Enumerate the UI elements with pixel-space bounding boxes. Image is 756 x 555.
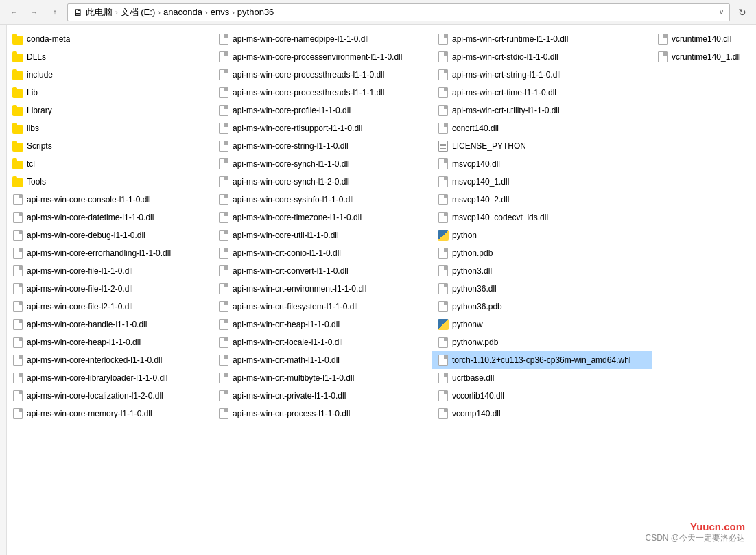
list-item[interactable]: api-ms-win-core-file-l1-2-0.dll: [7, 280, 213, 298]
list-item[interactable]: api-ms-win-core-heap-l1-1-0.dll: [7, 333, 213, 351]
file-name-label: api-ms-win-core-debug-l1-1-0.dll: [27, 231, 145, 240]
list-item[interactable]: vcomp140.dll: [432, 405, 652, 423]
list-item[interactable]: vccorlib140.dll: [432, 387, 652, 405]
breadcrumb[interactable]: 🖥 此电脑 › 文档 (E:) › anaconda › envs › pyth…: [67, 3, 730, 21]
dll-icon: [438, 194, 449, 205]
file-name-label: python36.dll: [452, 284, 497, 294]
list-item[interactable]: msvcp140_codecvt_ids.dll: [432, 209, 652, 226]
list-item[interactable]: torch-1.10.2+cu113-cp36-cp36m-win_amd64.…: [432, 351, 652, 369]
folder-icon: [12, 34, 23, 45]
folder-icon: [12, 123, 23, 134]
list-item[interactable]: concrt140.dll: [432, 119, 652, 137]
list-item[interactable]: python.pdb: [432, 244, 652, 262]
breadcrumb-drive[interactable]: 文档 (E:): [121, 6, 156, 19]
list-item[interactable]: api-ms-win-core-errorhandling-l1-1-0.dll: [7, 244, 213, 262]
list-item[interactable]: api-ms-win-crt-string-l1-1-0.dll: [432, 66, 652, 84]
list-item[interactable]: api-ms-win-core-handle-l1-1-0.dll: [7, 316, 213, 333]
list-item[interactable]: api-ms-win-crt-private-l1-1-0.dll: [213, 387, 432, 405]
list-item[interactable]: msvcp140.dll: [432, 155, 652, 173]
list-item[interactable]: api-ms-win-crt-stdio-l1-1-0.dll: [432, 48, 652, 66]
back-button[interactable]: ←: [5, 4, 22, 21]
list-item[interactable]: api-ms-win-core-util-l1-1-0.dll: [213, 226, 432, 244]
list-item[interactable]: api-ms-win-crt-environment-l1-1-0.dll: [213, 280, 432, 298]
list-item[interactable]: api-ms-win-core-processenvironment-l1-1-…: [213, 48, 432, 66]
file-row: api-ms-win-core-file-l1-2-0.dllapi-ms-wi…: [7, 280, 756, 298]
list-item[interactable]: api-ms-win-core-synch-l1-2-0.dll: [213, 173, 432, 191]
list-item[interactable]: conda-meta: [7, 30, 213, 48]
list-item[interactable]: api-ms-win-core-string-l1-1-0.dll: [213, 137, 432, 155]
list-item[interactable]: tcl: [7, 155, 213, 173]
file-name-label: vccorlib140.dll: [452, 391, 504, 401]
list-item[interactable]: api-ms-win-core-file-l1-1-0.dll: [7, 262, 213, 280]
list-item[interactable]: api-ms-win-core-rtlsupport-l1-1-0.dll: [213, 119, 432, 137]
list-item[interactable]: api-ms-win-crt-math-l1-1-0.dll: [213, 351, 432, 369]
list-item[interactable]: vcruntime140_1.dll: [652, 48, 756, 66]
breadcrumb-chevron[interactable]: ∨: [719, 8, 724, 16]
list-item[interactable]: DLLs: [7, 48, 213, 66]
list-item[interactable]: api-ms-win-core-processthreads-l1-1-1.dl…: [213, 84, 432, 102]
list-item[interactable]: api-ms-win-core-memory-l1-1-0.dll: [7, 405, 213, 423]
list-item[interactable]: python3.dll: [432, 262, 652, 280]
breadcrumb-computer[interactable]: 此电脑: [86, 6, 113, 19]
dll-icon: [12, 319, 23, 330]
list-item[interactable]: msvcp140_1.dll: [432, 173, 652, 191]
list-item[interactable]: api-ms-win-core-debug-l1-1-0.dll: [7, 226, 213, 244]
list-item[interactable]: api-ms-win-core-profile-l1-1-0.dll: [213, 102, 432, 119]
dll-icon: [12, 301, 23, 312]
list-item[interactable]: api-ms-win-core-console-l1-1-0.dll: [7, 191, 213, 209]
list-item[interactable]: api-ms-win-core-namedpipe-l1-1-0.dll: [213, 30, 432, 48]
list-item[interactable]: api-ms-win-core-file-l2-1-0.dll: [7, 298, 213, 316]
list-item[interactable]: api-ms-win-crt-process-l1-1-0.dll: [213, 405, 432, 423]
list-item[interactable]: Tools: [7, 173, 213, 191]
list-item[interactable]: pythonw.pdb: [432, 333, 652, 351]
list-item[interactable]: vcruntime140.dll: [652, 30, 756, 48]
list-item[interactable]: api-ms-win-crt-runtime-l1-1-0.dll: [432, 30, 652, 48]
list-item[interactable]: api-ms-win-crt-conio-l1-1-0.dll: [213, 244, 432, 262]
list-item[interactable]: Library: [7, 102, 213, 119]
list-item[interactable]: Lib: [7, 84, 213, 102]
list-item[interactable]: api-ms-win-core-timezone-l1-1-0.dll: [213, 209, 432, 226]
dll-icon: [218, 337, 229, 348]
list-item[interactable]: LICENSE_PYTHON: [432, 137, 652, 155]
list-item[interactable]: api-ms-win-crt-filesystem-l1-1-0.dll: [213, 298, 432, 316]
list-item[interactable]: msvcp140_2.dll: [432, 191, 652, 209]
breadcrumb-python36[interactable]: python36: [237, 7, 274, 17]
folder-icon: [12, 87, 23, 98]
list-item[interactable]: api-ms-win-core-localization-l1-2-0.dll: [7, 387, 213, 405]
list-item[interactable]: api-ms-win-core-sysinfo-l1-1-0.dll: [213, 191, 432, 209]
list-item[interactable]: api-ms-win-core-synch-l1-1-0.dll: [213, 155, 432, 173]
list-item[interactable]: include: [7, 66, 213, 84]
dll-icon: [438, 408, 449, 419]
list-item[interactable]: api-ms-win-core-libraryloader-l1-1-0.dll: [7, 369, 213, 387]
list-item[interactable]: api-ms-win-core-processthreads-l1-1-0.dl…: [213, 66, 432, 84]
list-item[interactable]: python36.dll: [432, 280, 652, 298]
list-item[interactable]: ucrtbase.dll: [432, 369, 652, 387]
list-item[interactable]: api-ms-win-core-datetime-l1-1-0.dll: [7, 209, 213, 226]
up-button[interactable]: ↑: [47, 4, 63, 21]
list-item[interactable]: api-ms-win-crt-convert-l1-1-0.dll: [213, 262, 432, 280]
list-item[interactable]: libs: [7, 119, 213, 137]
file-name-label: api-ms-win-core-synch-l1-2-0.dll: [233, 177, 350, 187]
forward-button[interactable]: →: [26, 4, 43, 21]
list-item[interactable]: api-ms-win-core-interlocked-l1-1-0.dll: [7, 351, 213, 369]
list-item[interactable]: python36.pdb: [432, 298, 652, 316]
list-item[interactable]: api-ms-win-crt-locale-l1-1-0.dll: [213, 333, 432, 351]
list-item[interactable]: pythonw: [432, 316, 652, 333]
dll-icon: [438, 390, 449, 401]
list-item[interactable]: api-ms-win-crt-time-l1-1-0.dll: [432, 84, 652, 102]
list-item[interactable]: api-ms-win-crt-utility-l1-1-0.dll: [432, 102, 652, 119]
dll-icon: [438, 212, 449, 223]
dll-icon: [438, 248, 449, 259]
file-name-label: api-ms-win-crt-heap-l1-1-0.dll: [233, 320, 340, 329]
file-name-label: conda-meta: [27, 34, 70, 44]
breadcrumb-anaconda[interactable]: anaconda: [163, 7, 202, 17]
list-item[interactable]: python: [432, 226, 652, 244]
list-item[interactable]: Scripts: [7, 137, 213, 155]
list-item[interactable]: api-ms-win-crt-multibyte-l1-1-0.dll: [213, 369, 432, 387]
dll-icon: [218, 69, 229, 80]
list-item[interactable]: api-ms-win-crt-heap-l1-1-0.dll: [213, 316, 432, 333]
refresh-button[interactable]: ↻: [734, 4, 751, 21]
dll-icon: [438, 158, 449, 169]
file-list[interactable]: conda-metaapi-ms-win-core-namedpipe-l1-1…: [7, 25, 756, 555]
breadcrumb-envs[interactable]: envs: [211, 7, 229, 17]
